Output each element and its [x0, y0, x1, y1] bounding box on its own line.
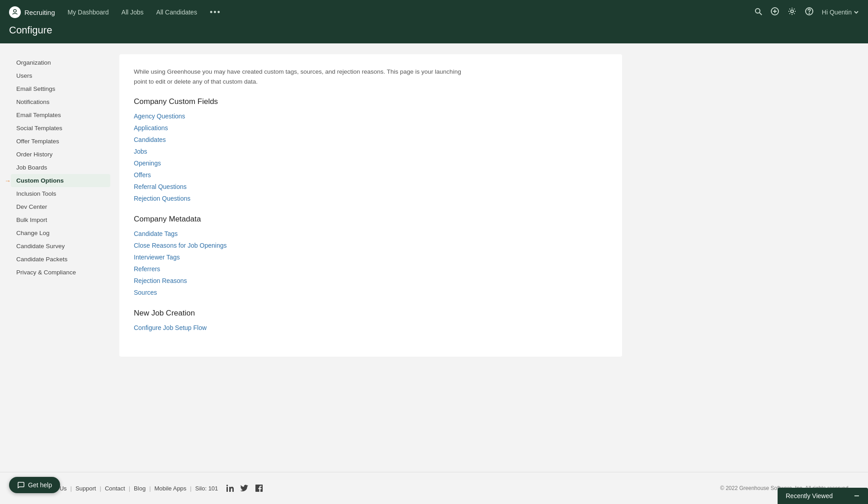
footer-silo: Silo: 101 — [195, 485, 218, 492]
svg-rect-9 — [226, 487, 228, 492]
sidebar-item-notifications[interactable]: Notifications — [11, 95, 110, 108]
settings-icon[interactable] — [788, 7, 797, 18]
nav-my-dashboard[interactable]: My Dashboard — [68, 9, 109, 16]
nav-right: Hi Quentin — [754, 7, 859, 18]
add-icon[interactable] — [770, 7, 779, 18]
linkedin-icon[interactable] — [225, 483, 235, 493]
footer-blog[interactable]: Blog — [134, 485, 146, 492]
footer-support[interactable]: Support — [75, 485, 96, 492]
link-agency-questions[interactable]: Agency Questions — [134, 113, 608, 120]
sidebar-item-order-history[interactable]: Order History — [11, 148, 110, 161]
section-company-metadata: Company Metadata Candidate Tags Close Re… — [134, 215, 608, 296]
facebook-icon[interactable] — [254, 483, 264, 493]
link-jobs[interactable]: Jobs — [134, 148, 608, 155]
twitter-icon[interactable] — [240, 483, 250, 493]
svg-point-6 — [791, 10, 793, 13]
sidebar-item-email-templates[interactable]: Email Templates — [11, 108, 110, 122]
sidebar-item-custom-options[interactable]: → Custom Options — [11, 174, 110, 187]
recently-viewed-label: Recently Viewed — [786, 492, 833, 499]
svg-line-2 — [760, 13, 762, 15]
link-candidates[interactable]: Candidates — [134, 136, 608, 143]
active-arrow-icon: → — [5, 177, 11, 184]
svg-point-8 — [809, 13, 809, 14]
link-close-reasons[interactable]: Close Reasons for Job Openings — [134, 242, 608, 249]
user-menu[interactable]: Hi Quentin — [822, 9, 859, 16]
svg-point-1 — [755, 9, 760, 13]
svg-point-10 — [226, 485, 228, 486]
footer-mobile-apps[interactable]: Mobile Apps — [155, 485, 187, 492]
sidebar-item-dev-center[interactable]: Dev Center — [11, 200, 110, 213]
search-icon[interactable] — [754, 7, 762, 18]
section-company-custom-fields: Company Custom Fields Agency Questions A… — [134, 97, 608, 202]
page-header: Configure — [0, 24, 868, 43]
nav-left: Recruiting My Dashboard All Jobs All Can… — [9, 6, 221, 18]
link-applications[interactable]: Applications — [134, 124, 608, 132]
get-help-label: Get help — [28, 481, 52, 489]
sidebar-item-social-templates[interactable]: Social Templates — [11, 122, 110, 135]
link-referrers[interactable]: Referrers — [134, 265, 608, 273]
sidebar-item-job-boards[interactable]: Job Boards — [11, 161, 110, 174]
link-referral-questions[interactable]: Referral Questions — [134, 183, 608, 190]
recently-viewed-panel[interactable]: Recently Viewed — [778, 488, 868, 504]
link-openings[interactable]: Openings — [134, 160, 608, 167]
sidebar-item-privacy-compliance[interactable]: Privacy & Compliance — [11, 266, 110, 279]
intro-text: While using Greenhouse you may have crea… — [134, 67, 473, 86]
link-rejection-questions[interactable]: Rejection Questions — [134, 195, 608, 202]
top-navigation: Recruiting My Dashboard All Jobs All Can… — [0, 0, 868, 24]
logo-icon — [9, 6, 21, 18]
sidebar-item-inclusion-tools[interactable]: Inclusion Tools — [11, 187, 110, 200]
link-configure-job-setup-flow[interactable]: Configure Job Setup Flow — [134, 324, 608, 331]
app-name: Recruiting — [24, 9, 55, 16]
link-candidate-tags[interactable]: Candidate Tags — [134, 230, 608, 237]
link-offers[interactable]: Offers — [134, 171, 608, 179]
get-help-button[interactable]: Get help — [9, 477, 60, 493]
section-title-custom-fields: Company Custom Fields — [134, 97, 608, 106]
sidebar-item-change-log[interactable]: Change Log — [11, 226, 110, 240]
logo[interactable]: Recruiting — [9, 6, 55, 18]
nav-all-candidates[interactable]: All Candidates — [156, 9, 197, 16]
link-interviewer-tags[interactable]: Interviewer Tags — [134, 254, 608, 261]
sidebar: Organization Users Email Settings Notifi… — [11, 54, 110, 357]
section-title-metadata: Company Metadata — [134, 215, 608, 224]
link-rejection-reasons[interactable]: Rejection Reasons — [134, 277, 608, 284]
sidebar-item-candidate-packets[interactable]: Candidate Packets — [11, 253, 110, 266]
sidebar-item-bulk-import[interactable]: Bulk Import — [11, 213, 110, 226]
section-title-new-job: New Job Creation — [134, 309, 608, 318]
nav-all-jobs[interactable]: All Jobs — [122, 9, 144, 16]
help-icon[interactable] — [805, 7, 814, 18]
section-new-job-creation: New Job Creation Configure Job Setup Flo… — [134, 309, 608, 331]
sidebar-item-offer-templates[interactable]: Offer Templates — [11, 135, 110, 148]
sidebar-item-organization[interactable]: Organization — [11, 56, 110, 69]
sidebar-item-candidate-survey[interactable]: Candidate Survey — [11, 240, 110, 253]
footer-contact[interactable]: Contact — [105, 485, 125, 492]
user-greeting-text: Hi Quentin — [822, 9, 852, 16]
footer: Home | About Us | Support | Contact | Bl… — [0, 472, 868, 504]
nav-more[interactable]: ••• — [210, 8, 221, 17]
page-title: Configure — [9, 24, 859, 36]
link-sources[interactable]: Sources — [134, 289, 608, 296]
sidebar-item-email-settings[interactable]: Email Settings — [11, 82, 110, 95]
svg-point-0 — [14, 9, 16, 12]
sidebar-item-users[interactable]: Users — [11, 69, 110, 82]
social-links — [225, 483, 264, 493]
main-content: While using Greenhouse you may have crea… — [119, 54, 622, 357]
